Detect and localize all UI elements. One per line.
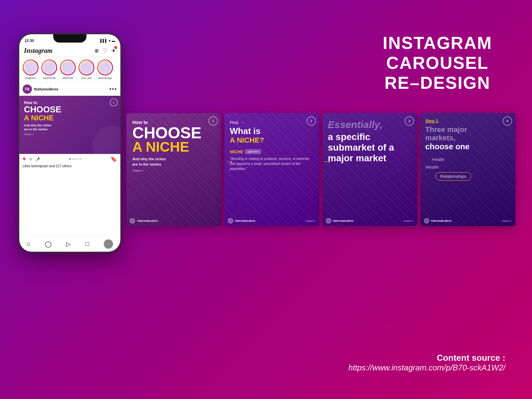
definition-header: NICHE adjective — [230, 149, 314, 154]
header-icons: ⊕ ♡ ✈ 1 — [94, 48, 116, 54]
slides-container: 1 How to CHOOSE A NICHE And why the rich… — [126, 113, 515, 226]
slide1-content: How to CHOOSE A NICHE And why the riches… — [126, 113, 221, 226]
story-item[interactable]: weareinsta — [41, 60, 57, 79]
slide-card-2: 2 First → What is A NICHE? NICHE adjecti… — [224, 113, 319, 226]
post-actions: ♥ ○ ↗ 🔖 — [19, 154, 120, 164]
notification-badge: 1 — [114, 46, 117, 49]
like-icon[interactable]: ♥ — [23, 156, 26, 162]
dot-4 — [77, 158, 79, 160]
arrow-between-1-2: → — [225, 156, 234, 167]
slide2-logo: THEFUNNELBROS. — [228, 218, 256, 223]
likes-text: Likes loremipsum and 217 others — [19, 164, 120, 168]
action-icons: ♥ ○ ↗ — [23, 156, 40, 162]
reels-nav-icon[interactable]: ▷ — [66, 240, 71, 248]
phone-footer-nav: ⌂ ◯ ▷ □ — [19, 236, 120, 252]
post-avatar: FB — [23, 84, 32, 94]
slide4-badge: 4 — [503, 116, 512, 126]
story-item[interactable]: ana_san — [78, 60, 94, 79]
page-title: INSTAGRAM CAROUSEL RE–DESIGN — [383, 33, 492, 93]
story-item[interactable]: imaginers — [23, 60, 39, 79]
slide4-content: Step 1 Three majormarkets, choose one He… — [421, 113, 515, 226]
post-header: FB thefunnelbros ••• — [19, 82, 120, 96]
slide1-badge: 1 — [208, 116, 218, 126]
heart-outline-icon[interactable]: ♡ — [103, 48, 107, 54]
dot-3 — [74, 158, 76, 160]
status-icons: ▌▌▌ ▾ ▬ — [100, 39, 115, 43]
slide2-footer: THEFUNNELBROS. Swipe>> — [228, 218, 316, 223]
content-source: Content source : https://www.instagram.c… — [348, 353, 505, 372]
bookmark-icon[interactable]: 🔖 — [110, 156, 117, 162]
dot-5 — [80, 158, 81, 160]
add-icon[interactable]: ⊕ — [94, 48, 99, 54]
slide3-badge: 3 — [405, 116, 414, 126]
logo-icon — [130, 218, 135, 223]
post-options-icon[interactable]: ••• — [109, 86, 117, 92]
phone-notch — [53, 34, 86, 43]
story-item[interactable]: littleinsta — [60, 60, 76, 79]
slide3-logo: THEFUNNELBROS. — [326, 218, 354, 223]
logo-icon — [228, 218, 233, 223]
signal-icon: ▌▌▌ — [100, 39, 107, 43]
arrow-right-icon: → — [240, 120, 245, 125]
carousel-dots — [69, 158, 81, 160]
comment-icon[interactable]: ○ — [29, 156, 33, 162]
slide3-footer: THEFUNNELBROS. Swipe>> — [326, 218, 414, 223]
messenger-icon[interactable]: ✈ 1 — [111, 48, 116, 54]
slide-card-1: 1 How to CHOOSE A NICHE And why the rich… — [126, 113, 221, 226]
slide-card-4: 4 Step 1 Three majormarkets, choose one … — [421, 113, 515, 226]
markets-list: Health Wealth Relationships — [425, 157, 511, 181]
shop-nav-icon[interactable]: □ — [85, 240, 89, 247]
slide4-logo: THEFUNNELBROS. — [424, 218, 452, 223]
slide-card-3: 3 Essentially, a specific submarket of a… — [323, 113, 417, 226]
stories-row: imaginers weareinsta littleinsta ana_san… — [19, 57, 120, 82]
profile-nav-icon[interactable] — [104, 239, 113, 249]
phone-carousel: 1 How to CHOOSE A NICHE And why the rich… — [19, 96, 120, 154]
slide2-content: First → What is A NICHE? NICHE adjective… — [224, 113, 319, 226]
slide2-badge: 2 — [307, 116, 316, 126]
phone-mockup: 12:30 ▌▌▌ ▾ ▬ Instagram ⊕ ♡ ✈ 1 im — [18, 33, 121, 253]
home-nav-icon[interactable]: ⌂ — [27, 240, 30, 247]
instagram-header: Instagram ⊕ ♡ ✈ 1 — [19, 45, 120, 57]
dot-1 — [69, 158, 71, 160]
slide4-footer: THEFUNNELBROS. Swipe>> — [424, 218, 512, 223]
logo-icon — [326, 218, 331, 223]
logo-icon — [424, 218, 429, 223]
search-nav-icon[interactable]: ◯ — [45, 240, 52, 248]
battery-icon: ▬ — [112, 39, 115, 43]
slide1-footer: THEFUNNELBROS. — [130, 218, 159, 223]
share-icon[interactable]: ↗ — [36, 156, 40, 162]
story-item[interactable]: peterdesign — [97, 60, 113, 79]
phone-screen: 12:30 ▌▌▌ ▾ ▬ Instagram ⊕ ♡ ✈ 1 im — [19, 34, 120, 252]
dot-2 — [72, 158, 73, 160]
wifi-icon: ▾ — [109, 39, 110, 43]
slide-number-1: 1 — [110, 98, 118, 106]
slide3-content: Essentially, a specific submarket of a m… — [323, 113, 417, 226]
arrow-between-2-3: → — [323, 156, 332, 167]
